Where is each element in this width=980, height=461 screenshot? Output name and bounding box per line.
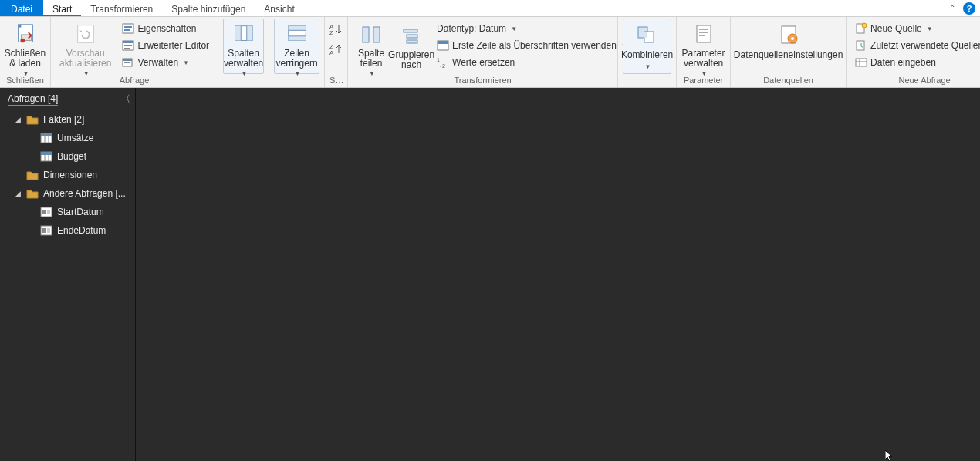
tree-folder-dimensionen[interactable]: Dimensionen <box>0 166 135 184</box>
svg-rect-13 <box>124 62 130 63</box>
tree-folder-andere-abfragen[interactable]: ◢ Andere Abfragen [... <box>0 184 135 203</box>
sort-asc-button[interactable]: AZ <box>329 23 343 35</box>
data-source-settings-icon <box>776 22 801 47</box>
split-column-label: Spalte teilen <box>358 49 384 69</box>
tab-transform[interactable]: Transformieren <box>81 0 162 16</box>
combine-icon <box>635 22 660 47</box>
tree-query-umsaetze[interactable]: Umsätze <box>0 129 135 147</box>
svg-rect-12 <box>123 59 132 61</box>
svg-rect-5 <box>124 26 132 28</box>
group-label-combine <box>623 75 671 87</box>
svg-rect-65 <box>42 228 46 233</box>
tree-folder-label: Dimensionen <box>43 170 97 180</box>
advanced-editor-label: Erweiterter Editor <box>137 40 209 51</box>
parameter-icon <box>40 207 52 217</box>
folder-icon <box>26 114 39 125</box>
queries-pane: Abfragen [4] 〈 ◢ Fakten [2] Umsätze <box>0 88 136 461</box>
tree-folder-label: Fakten [2] <box>43 114 84 125</box>
enter-data-icon <box>855 56 867 69</box>
tree-query-startdatum[interactable]: StartDatum <box>0 203 135 221</box>
combine-label: Kombinieren <box>621 50 673 60</box>
tree-item-label: Umsätze <box>57 133 93 143</box>
reduce-rows-button[interactable]: Zeilen verringern▼ <box>274 19 319 74</box>
properties-button[interactable]: Eigenschaften <box>118 20 213 37</box>
group-by-label: Gruppieren nach <box>388 50 434 70</box>
group-label-query: Abfrage <box>56 75 213 87</box>
new-source-button[interactable]: Neue Quelle▼ <box>851 20 980 37</box>
manage-columns-button[interactable]: Spalten verwalten▼ <box>223 19 264 74</box>
svg-point-48 <box>862 23 867 28</box>
expander-icon: ◢ <box>14 190 22 197</box>
manage-label: Verwalten <box>137 57 178 68</box>
svg-rect-16 <box>246 26 252 41</box>
svg-rect-20 <box>288 26 306 31</box>
ribbon-tabstrip: Datei Start Transformieren Spalte hinzuf… <box>0 0 980 17</box>
data-source-settings-button[interactable]: Datenquelleneinstellungen <box>735 19 841 74</box>
split-column-icon <box>359 22 384 45</box>
first-row-headers-icon <box>437 39 449 52</box>
tab-add-column[interactable]: Spalte hinzufügen <box>162 0 255 16</box>
properties-label: Eigenschaften <box>137 23 196 34</box>
manage-parameters-label: Parameter verwalten <box>682 49 725 69</box>
table-icon <box>40 133 52 143</box>
use-first-row-headers-button[interactable]: Erste Zeile als Überschriften verwenden▼ <box>433 37 631 54</box>
group-label-sort: So... <box>329 75 343 87</box>
properties-icon <box>122 22 134 35</box>
group-label-cols <box>223 75 264 87</box>
combine-button[interactable]: Kombinieren ▼ <box>623 19 671 74</box>
replace-values-button[interactable]: 1→2 Werte ersetzen <box>433 54 631 71</box>
close-load-icon <box>13 22 38 45</box>
tab-home[interactable]: Start <box>43 0 81 16</box>
svg-rect-39 <box>644 32 647 38</box>
tree-folder-label: Andere Abfragen [... <box>43 188 126 199</box>
split-column-button[interactable]: Spalte teilen▼ <box>353 19 390 74</box>
tree-item-label: EndeDatum <box>57 225 106 236</box>
editor-canvas <box>136 88 980 461</box>
replace-values-icon: 1→2 <box>437 56 449 69</box>
svg-rect-42 <box>699 32 708 33</box>
manage-parameters-button[interactable]: Parameter verwalten▼ <box>681 19 725 74</box>
new-source-icon <box>855 22 867 35</box>
data-type-label: Datentyp: Datum <box>437 23 506 34</box>
reduce-rows-label: Zeilen verringern <box>276 49 318 69</box>
group-label-new-query: Neue Abfrage <box>851 75 980 87</box>
svg-rect-66 <box>47 228 50 233</box>
svg-rect-50 <box>856 59 867 66</box>
tree-item-label: StartDatum <box>57 207 104 217</box>
svg-rect-34 <box>438 41 448 44</box>
queries-tree: ◢ Fakten [2] Umsätze <box>0 109 135 241</box>
tree-query-endedatum[interactable]: EndeDatum <box>0 221 135 240</box>
manage-button[interactable]: Verwalten▼ <box>118 54 213 71</box>
svg-rect-8 <box>123 41 133 43</box>
folder-icon <box>26 188 39 199</box>
recent-sources-button[interactable]: Zuletzt verwendete Quellen▼ <box>851 37 980 54</box>
collapse-ribbon-button[interactable]: ⌃ <box>946 2 958 14</box>
sort-desc-button[interactable]: ZA <box>329 43 343 56</box>
svg-rect-63 <box>47 210 50 214</box>
group-by-button[interactable]: Gruppieren nach <box>393 19 430 74</box>
enter-data-button[interactable]: Daten eingeben <box>851 54 980 71</box>
group-label-parameters: Parameter <box>681 75 725 87</box>
ribbon: Schließen & laden▼ Schließen Vorschau ak… <box>0 17 980 88</box>
svg-rect-6 <box>124 29 130 31</box>
folder-icon <box>26 170 39 180</box>
svg-text:1: 1 <box>437 57 440 62</box>
tab-view[interactable]: Ansicht <box>255 0 303 16</box>
group-by-icon <box>399 22 424 47</box>
first-row-headers-label: Erste Zeile als Überschriften verwenden <box>452 40 617 51</box>
close-and-load-button[interactable]: Schließen & laden▼ <box>5 19 46 74</box>
recent-sources-label: Zuletzt verwendete Quellen <box>870 40 980 51</box>
svg-text:→2: →2 <box>437 63 445 69</box>
svg-point-2 <box>20 39 25 43</box>
collapse-queries-pane-button[interactable]: 〈 <box>121 93 130 106</box>
refresh-preview-button[interactable]: Vorschau aktualisieren▼ <box>56 19 115 74</box>
enter-data-label: Daten eingeben <box>870 57 936 68</box>
data-type-button[interactable]: Datentyp: Datum▼ <box>433 20 631 37</box>
recent-sources-icon <box>855 39 867 52</box>
advanced-editor-button[interactable]: Erweiterter Editor <box>118 37 213 54</box>
expander-icon: ◢ <box>14 116 22 123</box>
tree-query-budget[interactable]: Budget <box>0 147 135 166</box>
tab-file[interactable]: Datei <box>0 0 43 16</box>
tree-folder-fakten[interactable]: ◢ Fakten [2] <box>0 110 135 129</box>
help-button[interactable]: ? <box>963 2 975 15</box>
